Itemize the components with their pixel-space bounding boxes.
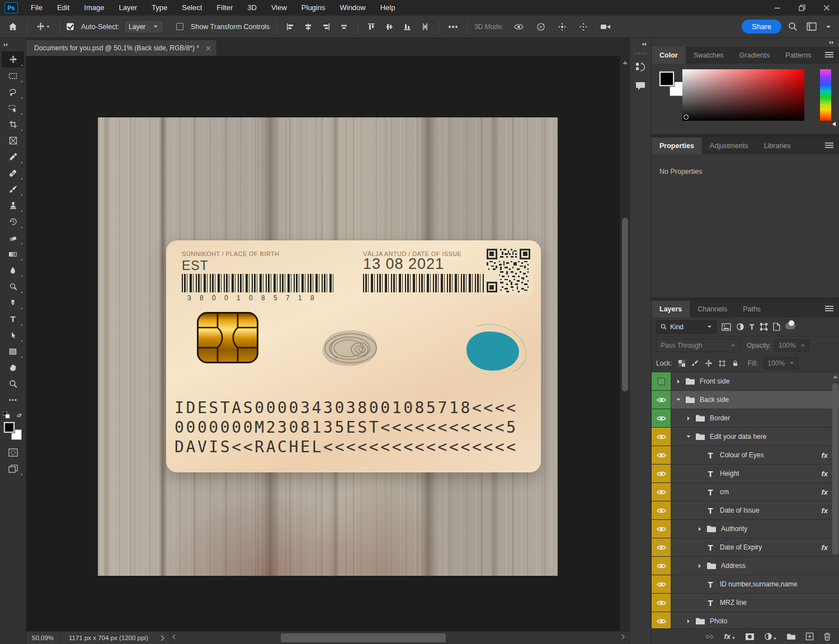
photoshop-logo-icon[interactable]: Ps [4, 2, 18, 13]
more-options-icon[interactable] [446, 23, 460, 31]
menu-layer[interactable]: Layer [112, 0, 145, 16]
layers-panel-menu-icon[interactable] [825, 305, 839, 313]
collapse-group-icon[interactable] [676, 397, 681, 402]
layer-visibility-eye-icon[interactable] [652, 594, 671, 612]
minimize-button[interactable] [765, 0, 790, 16]
layer-name[interactable]: Date of Issue [720, 506, 760, 514]
layer-name[interactable]: ID number,surname,name [720, 580, 798, 588]
saturation-brightness-field[interactable] [682, 69, 804, 121]
layers-scroll-up-icon[interactable] [833, 372, 838, 380]
menu-select[interactable]: Select [175, 0, 209, 16]
zoom-tool[interactable] [2, 376, 24, 392]
layer-row-id-number-surname-name[interactable]: TID number,surname,name [652, 575, 839, 594]
blend-mode-dropdown[interactable]: Pass Through [656, 339, 740, 352]
blur-tool[interactable] [2, 262, 24, 278]
layer-name[interactable]: Back side [700, 396, 729, 404]
panel-color-swatches[interactable] [659, 72, 684, 96]
layer-row-back-side[interactable]: Back side [652, 391, 839, 409]
horizontal-scrollbar-thumb[interactable] [281, 633, 446, 642]
lock-transparent-pixels-icon[interactable] [678, 359, 686, 367]
comments-panel-icon[interactable] [632, 78, 649, 94]
new-layer-icon[interactable] [805, 632, 814, 641]
color-tab-swatches[interactable]: Swatches [686, 47, 732, 64]
layer-row-mrz-line[interactable]: TMRZ line [652, 594, 839, 612]
object-selection-tool[interactable] [2, 100, 24, 116]
menu-3d[interactable]: 3D [240, 0, 264, 16]
layer-name[interactable]: Colour of Eyes [720, 451, 764, 459]
move-tool[interactable] [2, 51, 24, 68]
layer-row-colour-of-eyes[interactable]: TColour of Eyesfx [652, 446, 839, 465]
layer-visibility-eye-icon[interactable] [652, 428, 671, 446]
filter-kind-dropdown[interactable]: Kind [656, 320, 717, 334]
spot-healing-brush-tool[interactable] [2, 165, 24, 181]
layer-row-photo[interactable]: Photo [652, 612, 839, 628]
move-tool-icon[interactable] [34, 20, 53, 33]
default-and-swap-colors[interactable] [3, 411, 23, 419]
layer-visibility-eye-icon[interactable] [652, 575, 671, 593]
type-tool[interactable]: T [2, 311, 24, 327]
properties-tab-properties[interactable]: Properties [652, 138, 702, 154]
layer-name[interactable]: Photo [710, 617, 727, 625]
rectangular-marquee-tool[interactable] [2, 68, 24, 84]
status-expand-icon[interactable] [161, 635, 164, 641]
properties-panel-menu-icon[interactable] [825, 142, 839, 150]
color-panel-menu-icon[interactable] [825, 51, 839, 59]
lock-image-pixels-icon[interactable] [691, 359, 699, 367]
align-horizontal-centers-icon[interactable] [301, 20, 315, 34]
layer-row-edit-your-data-here[interactable]: Edit your data here [652, 428, 839, 446]
filter-toggle[interactable] [785, 323, 795, 329]
layer-row-cm[interactable]: Tcmfx [652, 483, 839, 501]
layer-visibility-eye-icon[interactable] [652, 446, 671, 464]
frame-tool[interactable] [2, 132, 24, 149]
layer-visibility-eye-icon[interactable] [652, 483, 671, 501]
new-adjustment-layer-icon[interactable] [764, 632, 777, 641]
layers-scrollbar-thumb[interactable] [832, 383, 838, 555]
close-button[interactable] [814, 0, 839, 16]
filter-adjustment-layers-icon[interactable] [736, 323, 744, 331]
share-button[interactable]: Share [742, 20, 781, 34]
layer-visibility-hidden-box[interactable] [652, 372, 671, 390]
expand-group-icon[interactable] [676, 379, 681, 384]
properties-tab-adjustments[interactable]: Adjustments [702, 138, 756, 154]
distribute-horizontal-icon[interactable] [337, 20, 351, 34]
search-icon[interactable] [786, 20, 800, 34]
3d-orbit-icon[interactable] [511, 20, 526, 34]
fill-value-box[interactable]: 100% [763, 357, 798, 370]
align-top-edges-icon[interactable] [365, 20, 378, 34]
hue-slider[interactable] [820, 69, 831, 121]
layer-row-height[interactable]: THeightfx [652, 465, 839, 483]
filter-pixel-layers-icon[interactable] [722, 323, 731, 331]
menu-file[interactable]: File [23, 0, 50, 16]
layer-name[interactable]: Border [710, 414, 730, 422]
properties-tab-libraries[interactable]: Libraries [756, 138, 799, 154]
history-panel-icon[interactable] [632, 59, 649, 75]
foreground-color-swatch[interactable] [4, 422, 15, 433]
layer-name[interactable]: Date of Expiry [720, 543, 762, 551]
opacity-value-box[interactable]: 100% [775, 339, 809, 352]
scroll-left-icon[interactable] [172, 634, 176, 641]
layer-row-date-of-expiry[interactable]: TDate of Expiryfx [652, 538, 839, 557]
eyedropper-tool[interactable] [2, 149, 24, 165]
hand-tool[interactable] [2, 359, 24, 376]
eraser-tool[interactable] [2, 230, 24, 246]
path-selection-tool[interactable] [2, 327, 24, 343]
layer-row-date-of-issue[interactable]: TDate of Issuefx [652, 501, 839, 520]
layer-name[interactable]: MRZ line [720, 599, 747, 607]
layer-name[interactable]: Address [721, 562, 746, 570]
expand-tools-icon[interactable] [0, 39, 11, 51]
layer-visibility-eye-icon[interactable] [652, 557, 671, 575]
distribute-vertical-icon[interactable] [418, 20, 432, 34]
layer-row-authority[interactable]: Authority [652, 520, 839, 538]
menu-type[interactable]: Type [144, 0, 175, 16]
layers-tab-paths[interactable]: Paths [735, 301, 769, 318]
lock-position-icon[interactable] [705, 359, 713, 367]
link-layers-icon[interactable] [705, 634, 714, 640]
show-transform-checkbox[interactable] [176, 23, 183, 30]
3d-camera-icon[interactable] [598, 21, 613, 33]
scroll-right-icon[interactable] [621, 634, 625, 641]
layers-tab-layers[interactable]: Layers [652, 301, 690, 318]
layers-scrollbar[interactable] [832, 380, 838, 612]
layer-visibility-eye-icon[interactable] [652, 501, 671, 519]
color-tab-patterns[interactable]: Patterns [777, 47, 819, 64]
layer-row-front-side[interactable]: Front side [652, 372, 839, 391]
